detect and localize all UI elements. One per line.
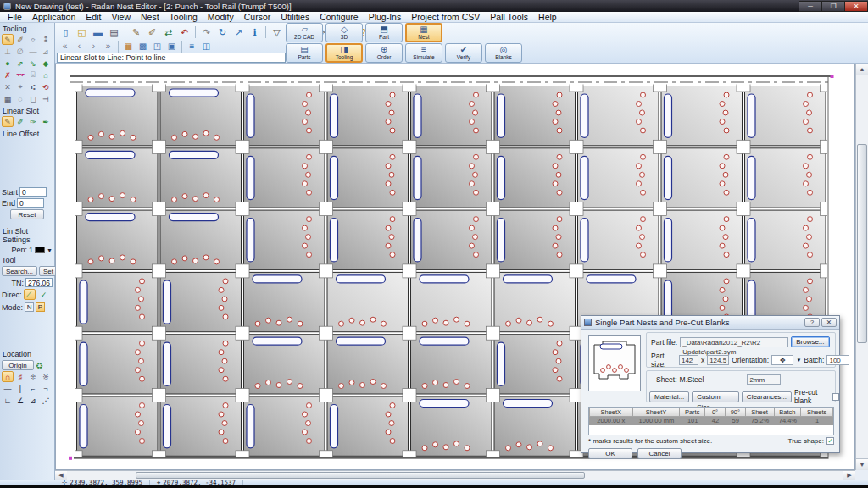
tooling-tool-11-icon[interactable]: ⇘ (27, 58, 39, 69)
tooling-tool-5-icon[interactable]: ⊥ (2, 46, 14, 57)
jump-icon[interactable]: ↗ (231, 25, 246, 40)
reset-button[interactable]: Reset (10, 209, 44, 219)
nest-part[interactable] (327, 396, 409, 456)
tooling-tool-24-icon[interactable]: ⊣ (40, 93, 52, 104)
location-tool-3-icon[interactable]: ⁜ (27, 371, 39, 382)
location-tool-2-icon[interactable]: ♯ (14, 371, 26, 382)
nest-part[interactable] (77, 396, 159, 456)
location-tool-9-icon[interactable]: ∟ (2, 395, 14, 406)
tooling-tool-21-icon[interactable]: ▦ (2, 93, 14, 104)
linear-slot-tool-1-icon[interactable]: ✎ (2, 116, 14, 127)
table-header-sheet[interactable]: Sheet (746, 408, 775, 417)
layers-icon[interactable]: ≡ (186, 41, 198, 52)
nest-part[interactable] (160, 148, 242, 208)
tooling-tool-20-icon[interactable]: ⟲ (40, 81, 52, 92)
first-icon[interactable]: « (58, 41, 71, 52)
linear-slot-tool-2-icon[interactable]: ✐ (14, 116, 26, 127)
filter-icon[interactable]: ▽ (270, 25, 284, 40)
mode-p-button[interactable]: P (36, 302, 45, 312)
redo-icon[interactable]: ↷ (199, 25, 214, 40)
true-shape-checkbox[interactable]: ✓ (826, 437, 834, 445)
clearances-button[interactable]: Clearances... (742, 391, 792, 402)
tooling-tool-23-icon[interactable]: ◻ (27, 93, 39, 104)
nest-part[interactable] (244, 396, 326, 456)
tooling-tool-17-icon[interactable]: ✕ (2, 81, 14, 92)
batch-input[interactable]: 100 (826, 355, 849, 365)
workflow-button-order[interactable]: ⊕Order (365, 43, 403, 63)
nest-part[interactable] (244, 148, 326, 208)
tooling-tool-6-icon[interactable]: ∅ (14, 46, 26, 57)
location-tool-12-icon[interactable]: ⋰ (40, 395, 52, 406)
nest-part[interactable] (411, 396, 492, 456)
menu-item-utilities[interactable]: Utilities (275, 12, 314, 22)
nest-part[interactable] (411, 210, 492, 269)
tool-search-button[interactable]: Search... (2, 266, 37, 276)
tooling-tool-16-icon[interactable]: ⌂ (40, 69, 52, 80)
menu-item-file[interactable]: File (3, 12, 27, 22)
location-tool-11-icon[interactable]: ⊿ (27, 395, 39, 406)
pen-plus-icon[interactable]: ✐ (145, 25, 159, 40)
pen-dropdown-icon[interactable]: ▼ (47, 247, 53, 253)
close-button[interactable]: ✕ (845, 1, 868, 12)
menu-item-edit[interactable]: Edit (81, 12, 106, 22)
menu-item-modify[interactable]: Modify (203, 12, 239, 22)
nest-part[interactable] (494, 335, 576, 394)
location-tool-7-icon[interactable]: ⌐ (27, 383, 39, 394)
location-tool-4-icon[interactable]: ※ (40, 371, 52, 382)
workflow-button-parts[interactable]: ▤Parts (286, 43, 323, 63)
next-icon[interactable]: › (87, 41, 100, 52)
tooling-tool-2-icon[interactable]: ✐ (14, 34, 26, 45)
tooling-tool-1-icon[interactable]: ✎ (2, 34, 14, 45)
menu-item-nest[interactable]: Nest (136, 12, 164, 22)
nest-part[interactable] (77, 86, 159, 146)
direction-check-icon[interactable]: ✓ (38, 289, 50, 300)
workflow-button-tooling[interactable]: ◨Tooling (326, 43, 363, 63)
tooling-tool-3-icon[interactable]: ⌔ (27, 34, 39, 45)
nest-part[interactable] (244, 335, 326, 394)
nest-part[interactable] (411, 335, 492, 394)
orientation-dropdown-icon[interactable]: ▼ (796, 358, 801, 363)
origin-button[interactable]: Origin (2, 360, 34, 370)
menu-item-plug-ins[interactable]: Plug-Ins (364, 12, 407, 22)
tooling-tool-7-icon[interactable]: — (27, 46, 39, 57)
tooling-tool-15-icon[interactable]: ⌻ (27, 69, 39, 80)
table-header-batch[interactable]: Batch (775, 408, 802, 417)
new-icon[interactable]: ▯ (58, 25, 73, 40)
nest-part[interactable] (77, 148, 159, 208)
vertical-scroll-thumb[interactable] (857, 144, 867, 343)
table-header-sheetx[interactable]: SheetX (589, 408, 633, 417)
menu-item-application[interactable]: Application (27, 12, 81, 22)
ok-button[interactable]: OK (588, 448, 632, 459)
nest-part[interactable] (745, 86, 826, 146)
location-tool-6-icon[interactable]: ❘ (14, 383, 26, 394)
info-icon[interactable]: ℹ (248, 25, 262, 40)
nest-part[interactable] (327, 210, 409, 269)
tooling-tool-13-icon[interactable]: ✗ (2, 69, 14, 80)
nest-part[interactable] (77, 210, 159, 269)
scroll-down-icon[interactable]: ▼ (856, 458, 868, 470)
nest-part[interactable] (494, 272, 576, 331)
prev-icon[interactable]: ‹ (73, 41, 86, 52)
location-tool-1-icon[interactable]: ∩ (2, 371, 14, 382)
nest-part[interactable] (661, 148, 743, 208)
menu-item-view[interactable]: View (106, 12, 136, 22)
workflow-button-verify[interactable]: ✔Verify (445, 43, 482, 63)
linear-slot-tool-3-icon[interactable]: ✑ (27, 116, 39, 127)
nest-part[interactable] (494, 210, 576, 269)
table-header-0-[interactable]: 0° (705, 408, 726, 417)
last-icon[interactable]: » (102, 41, 114, 52)
nest-part[interactable] (160, 335, 242, 394)
nest-part[interactable] (745, 210, 826, 269)
nest-part[interactable] (578, 148, 659, 208)
minimize-button[interactable]: ─ (799, 1, 822, 12)
nest-part[interactable] (77, 335, 159, 394)
nest-part[interactable] (327, 335, 409, 394)
table-header-90-[interactable]: 90° (726, 408, 746, 417)
menu-item-cursor[interactable]: Cursor (239, 12, 276, 22)
save-icon[interactable]: ▬ (91, 25, 105, 40)
nest-part[interactable] (327, 86, 409, 146)
precut-checkbox[interactable] (832, 393, 839, 401)
tooling-tool-18-icon[interactable]: ⌖ (14, 81, 26, 92)
scroll-right-icon[interactable]: ▶ (843, 471, 855, 480)
location-tool-5-icon[interactable]: — (2, 383, 14, 394)
